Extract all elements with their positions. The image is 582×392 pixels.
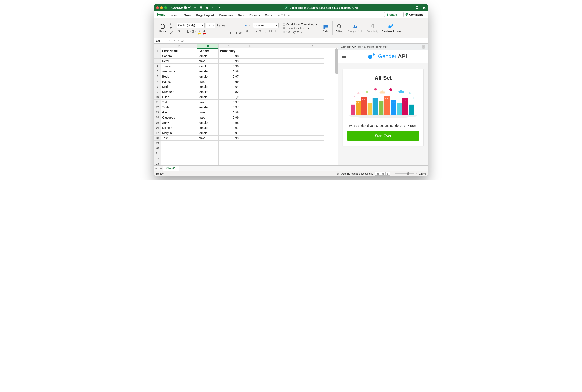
row-header[interactable]: 3: [154, 58, 161, 64]
row-header[interactable]: 2: [154, 54, 161, 58]
cell[interactable]: female: [197, 69, 219, 74]
cell[interactable]: [219, 161, 240, 166]
cell-styles-button[interactable]: ▥Cell Styles▾: [282, 30, 317, 34]
row-header[interactable]: 10: [154, 94, 161, 100]
cell[interactable]: 0,82: [219, 89, 240, 94]
cell[interactable]: [261, 94, 282, 100]
format-painter-icon[interactable]: 🖌︎: [169, 30, 173, 34]
conditional-formatting-button[interactable]: ▤Conditional Formatting▾: [282, 22, 317, 26]
row-header[interactable]: 1: [154, 48, 161, 54]
cell[interactable]: [161, 161, 197, 166]
cell[interactable]: First Name: [161, 48, 197, 54]
cell[interactable]: [282, 58, 303, 64]
cell[interactable]: [303, 156, 324, 161]
cell[interactable]: [282, 79, 303, 84]
cell[interactable]: [240, 125, 261, 130]
spreadsheet-grid[interactable]: A B C D E F G 1First NameGenderProbabili…: [154, 44, 338, 166]
cell[interactable]: [282, 89, 303, 94]
cell[interactable]: [261, 48, 282, 54]
column-header-f[interactable]: F: [282, 44, 303, 48]
cell[interactable]: 0,99: [219, 115, 240, 120]
cell[interactable]: [240, 74, 261, 79]
fx-icon[interactable]: fx: [181, 39, 184, 42]
cell[interactable]: [219, 146, 240, 151]
gender-api-button[interactable]: Gender-API.com: [382, 24, 401, 33]
decrease-decimal-icon[interactable]: .0: [273, 29, 277, 33]
tab-formulas[interactable]: Formulas: [219, 12, 233, 18]
orientation-icon[interactable]: ⟳: [238, 31, 242, 35]
cell[interactable]: [219, 156, 240, 161]
cell[interactable]: female: [197, 130, 219, 136]
row-header[interactable]: 17: [154, 130, 161, 136]
cell[interactable]: [261, 161, 282, 166]
search-icon[interactable]: [416, 6, 419, 10]
cell[interactable]: male: [197, 100, 219, 105]
cell[interactable]: [261, 115, 282, 120]
tell-me-search[interactable]: 💡︎ Tell me: [276, 12, 291, 18]
cell[interactable]: Suzy: [161, 120, 197, 125]
cell[interactable]: 0,99: [219, 136, 240, 141]
cut-icon[interactable]: ✂︎: [169, 22, 173, 26]
cell[interactable]: [219, 151, 240, 156]
cell[interactable]: Lilian: [161, 94, 197, 100]
cell[interactable]: [303, 84, 324, 89]
underline-button[interactable]: U: [187, 29, 191, 33]
cell[interactable]: Anamaria: [161, 69, 197, 74]
cell[interactable]: Probability: [219, 48, 240, 54]
cell[interactable]: [303, 100, 324, 105]
cell[interactable]: [303, 146, 324, 151]
cell[interactable]: [240, 89, 261, 94]
cell[interactable]: [240, 110, 261, 115]
cell[interactable]: Glenn: [161, 110, 197, 115]
cell[interactable]: male: [197, 110, 219, 115]
cell[interactable]: [303, 89, 324, 94]
cell[interactable]: [161, 146, 197, 151]
cell[interactable]: [303, 54, 324, 58]
minimize-window-icon[interactable]: [160, 6, 163, 9]
cell[interactable]: 0,99: [219, 58, 240, 64]
row-header[interactable]: 15: [154, 120, 161, 125]
cell[interactable]: female: [197, 94, 219, 100]
cell[interactable]: [240, 94, 261, 100]
cell[interactable]: [261, 100, 282, 105]
cell[interactable]: [282, 161, 303, 166]
tab-view[interactable]: View: [264, 12, 272, 18]
cell[interactable]: [303, 125, 324, 130]
cell[interactable]: female: [197, 84, 219, 89]
borders-button[interactable]: ▦: [192, 29, 196, 33]
cell[interactable]: Mittie: [161, 84, 197, 89]
cell[interactable]: [261, 110, 282, 115]
cell[interactable]: [161, 156, 197, 161]
redo-icon[interactable]: ↷: [217, 6, 221, 10]
cell[interactable]: [303, 79, 324, 84]
row-header[interactable]: 22: [154, 156, 161, 161]
row-header[interactable]: 7: [154, 79, 161, 84]
wrap-text-button[interactable]: ab: [246, 23, 249, 27]
cell[interactable]: female: [197, 74, 219, 79]
cell[interactable]: [240, 105, 261, 110]
cell[interactable]: [282, 105, 303, 110]
cell[interactable]: [197, 161, 219, 166]
cell[interactable]: [303, 141, 324, 146]
cell[interactable]: [282, 146, 303, 151]
cell[interactable]: male: [197, 115, 219, 120]
cell[interactable]: 0,98: [219, 54, 240, 58]
tab-data[interactable]: Data: [237, 12, 245, 18]
cell[interactable]: Becki: [161, 74, 197, 79]
cell[interactable]: female: [197, 120, 219, 125]
column-header-c[interactable]: C: [219, 44, 240, 48]
zoom-control[interactable]: − +: [392, 172, 417, 175]
align-top-icon[interactable]: ≡: [229, 22, 233, 26]
decrease-font-icon[interactable]: A↓: [222, 23, 225, 27]
cell[interactable]: [303, 161, 324, 166]
vertical-scrollbar[interactable]: [335, 48, 338, 74]
sheet-nav-next[interactable]: ▶: [159, 166, 163, 171]
undo-icon[interactable]: ↶: [211, 6, 215, 10]
cell[interactable]: [303, 64, 324, 69]
cell[interactable]: Giuseppe: [161, 115, 197, 120]
italic-button[interactable]: I: [182, 29, 186, 33]
cell[interactable]: 0,97: [219, 100, 240, 105]
comma-format-icon[interactable]: ,: [263, 29, 267, 33]
accept-formula-icon[interactable]: ✓: [177, 39, 180, 42]
cell[interactable]: [282, 54, 303, 58]
